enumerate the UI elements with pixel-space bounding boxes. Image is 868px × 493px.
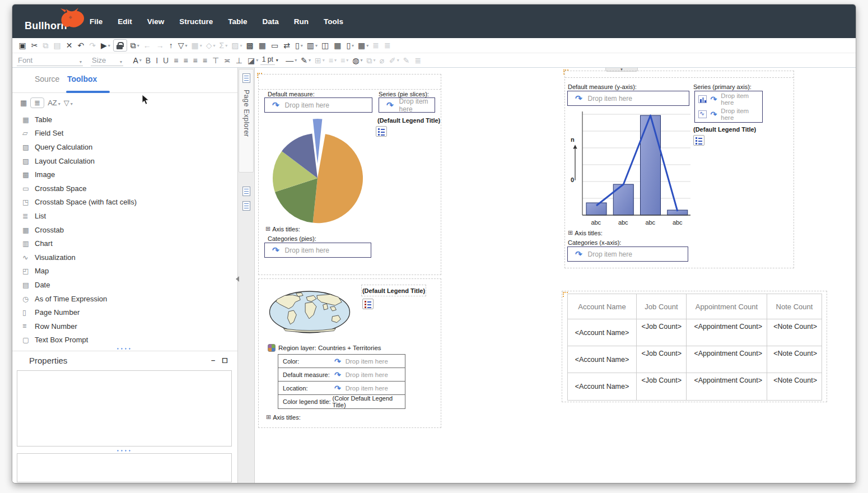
filter-button[interactable]: ▽▾ <box>64 99 73 107</box>
expand-plus-icon[interactable]: ⊞ <box>568 229 573 236</box>
format-button[interactable]: A▾ <box>131 54 143 67</box>
legend-icon[interactable] <box>693 135 704 146</box>
toolbar-button[interactable]: ▽▾ <box>176 39 189 52</box>
format-button[interactable]: ◪▾ <box>246 54 260 67</box>
note-count-cell[interactable]: <Note Count> <box>767 346 822 373</box>
menu-item[interactable]: Edit <box>118 17 132 26</box>
toolbar-button[interactable]: ⧉▾ <box>128 39 141 52</box>
toolbox-item[interactable]: ≡ Row Number <box>12 319 236 333</box>
page-preview-view-icon[interactable] <box>242 201 250 211</box>
appointment-count-cell[interactable]: <Appointment Count> <box>687 346 767 373</box>
style-button[interactable]: ≡▾ <box>326 54 338 67</box>
toolbar-button[interactable]: ▣ <box>17 39 29 52</box>
minimize-icon[interactable]: – <box>211 356 215 364</box>
style-button[interactable]: ✎▾ <box>299 54 313 67</box>
toolbox-item[interactable]: ◳ Crosstab Space (with fact cells) <box>12 196 236 210</box>
page-explorer-tab[interactable]: Page Explorer <box>239 69 254 173</box>
combo-series-dropzones[interactable]: ↷ Drop item here ↷ Drop item here <box>694 91 763 123</box>
toolbar-button[interactable]: ▦▾ <box>356 39 371 52</box>
toolbox-item[interactable]: ▨ Layout Calculation <box>12 154 236 168</box>
toolbar-button[interactable]: ≣ <box>371 39 382 52</box>
toolbox-item[interactable]: ▭ Crosstab Space <box>12 182 236 196</box>
toolbox-item[interactable]: ◷ As of Time Expression <box>12 292 236 306</box>
world-map-preview[interactable] <box>268 290 351 334</box>
toolbar-button[interactable]: ↑ <box>167 39 176 52</box>
toolbar-button[interactable]: ← <box>141 39 154 52</box>
format-button[interactable]: ≡ <box>172 54 181 67</box>
chevron-down-icon[interactable]: ▾ <box>276 58 278 63</box>
style-button[interactable]: ⧉▾ <box>365 54 377 67</box>
pie-categories-dropzone[interactable]: ↷Drop item here <box>264 243 371 258</box>
menu-item[interactable]: Table <box>228 17 247 26</box>
panel-splitter-handle[interactable] <box>116 347 131 350</box>
account-name-cell[interactable]: <Account Name> <box>568 346 637 373</box>
column-header-cell[interactable]: Appointment Count <box>687 294 767 319</box>
list-view-icon[interactable]: ≣ <box>30 97 44 108</box>
map-legend-title-box[interactable]: (Default Legend Title) <box>361 285 426 296</box>
job-count-cell[interactable]: <Job Count> <box>637 319 687 346</box>
format-button[interactable]: U <box>161 54 172 67</box>
toolbar-button[interactable]: ▨▾ <box>230 39 244 52</box>
combo-chart-preview[interactable] <box>581 111 693 218</box>
toolbox-item[interactable]: ▨ Query Calculation <box>12 140 236 154</box>
combo-axis-titles[interactable]: ⊞ Axis titles: <box>568 229 603 236</box>
menu-item[interactable]: Run <box>294 17 309 26</box>
map-legend-icon[interactable] <box>362 299 374 309</box>
toolbar-button[interactable]: ◫ <box>319 39 332 52</box>
toolbar-button[interactable]: ▥▾ <box>305 39 319 52</box>
menu-item[interactable]: Data <box>263 17 279 26</box>
pie-axis-titles[interactable]: ⊞ Axis titles: <box>265 225 300 232</box>
toolbar-button[interactable]: ⇄ <box>282 39 293 52</box>
account-name-cell[interactable]: <Account Name> <box>568 319 637 346</box>
properties-splitter-handle[interactable] <box>116 449 131 452</box>
note-count-cell[interactable]: <Note Count> <box>767 373 822 400</box>
menu-item[interactable]: Tools <box>324 17 343 26</box>
map-axis-titles[interactable]: ⊞ Axis titles: <box>266 413 301 421</box>
job-count-cell[interactable]: <Job Count> <box>637 373 687 400</box>
account-name-cell[interactable]: <Account Name> <box>568 373 637 400</box>
format-button[interactable]: I <box>154 54 161 67</box>
format-button[interactable]: ≡ <box>181 54 191 67</box>
column-header-cell[interactable]: Account Name <box>568 294 637 319</box>
tab-toolbox[interactable]: Toolbox <box>67 75 97 83</box>
style-button[interactable]: ≡▾ <box>339 54 351 67</box>
toolbar-button[interactable]: ≣ <box>382 39 394 52</box>
note-count-cell[interactable]: <Note Count> <box>767 319 822 346</box>
toolbox-item[interactable]: ∿ Visualization <box>12 250 236 264</box>
format-button[interactable]: ⊤ <box>210 54 222 67</box>
map-color-dropzone[interactable]: Color: ↷ Drop item here <box>278 355 405 368</box>
font-size-select[interactable]: Size▾ <box>91 55 123 66</box>
menu-item[interactable]: Structure <box>179 17 213 26</box>
map-location-dropzone[interactable]: Location: ↷ Drop item here <box>278 382 405 395</box>
report-canvas[interactable]: ▼ Default measure: ↷Drop item here Serie… <box>255 68 856 483</box>
toolbar-button[interactable]: ▶▾ <box>99 39 112 52</box>
column-header-cell[interactable]: Note Count <box>767 294 822 319</box>
style-button[interactable]: ✐▾ <box>387 54 401 67</box>
appointment-count-cell[interactable]: <Appointment Count> <box>687 319 767 346</box>
toolbar-button[interactable]: ▦ <box>256 39 269 52</box>
toolbar-button[interactable]: → <box>154 39 167 52</box>
combo-legend-title[interactable]: (Default Legend Title) <box>693 126 756 133</box>
toolbar-button[interactable]: ▩ <box>244 39 256 52</box>
toolbar-button[interactable]: ▤ <box>52 39 64 52</box>
expand-plus-icon[interactable]: ⊞ <box>266 413 271 421</box>
sort-button[interactable]: AZ▾ <box>48 99 60 107</box>
font-family-select[interactable]: Font▾ <box>17 55 83 66</box>
toolbox-item[interactable]: ▦ Table <box>12 113 236 127</box>
toolbar-button[interactable]: ↷ <box>87 39 99 52</box>
format-button[interactable]: ≡ <box>191 54 200 67</box>
format-button[interactable]: ≡ <box>200 54 210 67</box>
menu-item[interactable]: File <box>90 17 102 26</box>
pie-chart-preview[interactable] <box>269 111 367 227</box>
job-count-cell[interactable]: <Job Count> <box>637 346 687 373</box>
style-button[interactable]: —▾ <box>284 54 299 67</box>
toolbar-button[interactable]: Σ▾ <box>217 39 230 52</box>
page-design-view-icon[interactable] <box>242 187 250 196</box>
pie-default-measure-dropzone[interactable]: ↷Drop item here <box>264 97 372 113</box>
toolbox-item[interactable]: ▯ Page Number <box>12 305 236 319</box>
toolbar-button[interactable]: ▦▾ <box>189 39 204 52</box>
format-button[interactable]: B <box>143 54 153 67</box>
border-width-value[interactable]: 1 pt <box>260 55 275 65</box>
map-default-measure-dropzone[interactable]: Default measure: ↷ Drop item here <box>278 368 405 382</box>
toolbar-button[interactable]: ✂ <box>29 39 41 52</box>
